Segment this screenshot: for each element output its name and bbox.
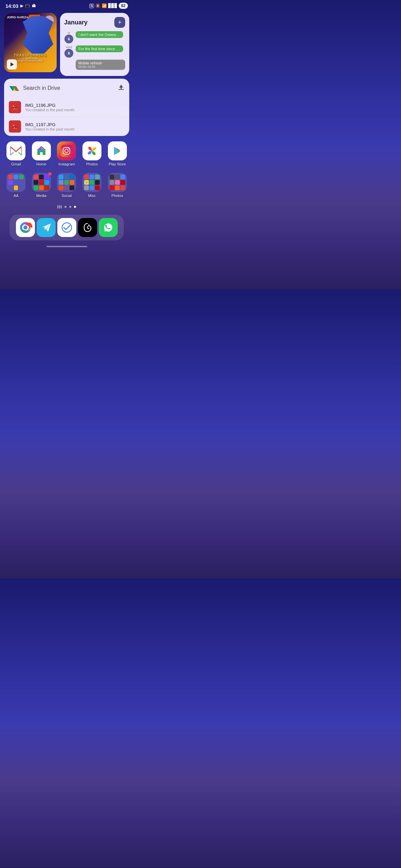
svg-point-35 bbox=[23, 225, 27, 230]
media-dot-5 bbox=[39, 180, 44, 185]
photos-logo bbox=[86, 145, 98, 157]
add-icon: + bbox=[118, 19, 122, 26]
date-badge-2: Wed 8 bbox=[64, 45, 74, 58]
gmail-label: Gmail bbox=[11, 162, 21, 166]
widgets-area: JORIS HARIZANI TRANSFORMERS CYBERTRON RO… bbox=[0, 10, 133, 79]
photos-label: Photos bbox=[86, 162, 98, 166]
drive-upload-button[interactable] bbox=[118, 84, 125, 92]
social-dot-4 bbox=[59, 180, 63, 185]
app-folder-misc[interactable]: 6 Misc bbox=[80, 173, 103, 198]
drive-file-2[interactable]: IMG_1197.JPG You created in the past mon… bbox=[4, 117, 129, 136]
folder-aa-icon[interactable] bbox=[6, 173, 25, 192]
ticktick-icon[interactable] bbox=[57, 218, 76, 237]
dock-whatsapp[interactable] bbox=[99, 218, 118, 237]
day-num-2: 8 bbox=[64, 49, 73, 58]
dock-telegram[interactable] bbox=[37, 218, 56, 237]
event-gray-1: Mobile refresh 09:00–10:00 bbox=[76, 60, 125, 70]
media-dot-4 bbox=[34, 180, 38, 185]
misc-dot-1 bbox=[84, 175, 89, 179]
page-dot-2[interactable] bbox=[69, 206, 71, 208]
ticktick-logo bbox=[59, 220, 74, 235]
calendar-event-3: Mobile refresh 09:00–10:00 bbox=[64, 60, 125, 70]
drive-file-1[interactable]: IMG_1196.JPG You created in the past mon… bbox=[4, 98, 129, 117]
folder-dot-4 bbox=[8, 180, 13, 185]
dock-threads[interactable] bbox=[78, 218, 97, 237]
telegram-icon[interactable] bbox=[37, 218, 56, 237]
page-dot-1[interactable] bbox=[64, 206, 66, 208]
image-file-icon bbox=[12, 104, 18, 111]
threads-icon[interactable] bbox=[78, 218, 97, 237]
folder-dot-2 bbox=[14, 175, 18, 179]
drive-logo bbox=[9, 83, 20, 94]
event-text-2: For the first time since the in bbox=[76, 45, 123, 52]
chrome-icon[interactable] bbox=[16, 218, 35, 237]
folder-dot-3 bbox=[19, 175, 24, 179]
instagram-icon[interactable] bbox=[57, 141, 76, 160]
photos-dot-2 bbox=[115, 175, 120, 179]
drive-search-bar[interactable]: Search in Drive bbox=[4, 79, 129, 98]
svg-marker-0 bbox=[11, 62, 14, 66]
folder-aa-container[interactable] bbox=[6, 173, 25, 192]
gmail-icon[interactable] bbox=[6, 141, 25, 160]
app-folder-media[interactable]: Media bbox=[30, 173, 53, 198]
whatsapp-icon[interactable] bbox=[99, 218, 118, 237]
drive-logo-svg bbox=[9, 83, 19, 93]
folder-photos-icon[interactable] bbox=[108, 173, 127, 192]
photos-dot-9 bbox=[120, 185, 125, 190]
app-playstore[interactable]: Play Store bbox=[106, 141, 129, 166]
home-logo bbox=[35, 145, 47, 157]
time-display: 14:03 bbox=[5, 3, 18, 9]
page-line-2 bbox=[59, 205, 60, 209]
calendar-widget[interactable]: January + M 6 I don't want the Galaxy S2… bbox=[60, 13, 129, 76]
app-gmail[interactable]: Gmail bbox=[4, 141, 27, 166]
playstore-logo bbox=[111, 145, 123, 157]
app-folder-social[interactable]: Social bbox=[55, 173, 78, 198]
app-home[interactable]: Home bbox=[30, 141, 53, 166]
event-text-1: I don't want the Galaxy S25 t bbox=[76, 31, 123, 38]
media-dot-6 bbox=[44, 180, 49, 185]
gallery-icon: 🏔 bbox=[32, 4, 36, 8]
page-indicators bbox=[0, 202, 133, 212]
playstore-icon[interactable] bbox=[108, 141, 127, 160]
youtube-icon: ▶ bbox=[20, 4, 23, 8]
day-num-1: 6 bbox=[64, 35, 73, 43]
home-icon[interactable] bbox=[32, 141, 51, 160]
image-file-icon-2 bbox=[12, 123, 18, 130]
app-folder-photos[interactable]: Photos bbox=[106, 173, 129, 198]
home-label: Home bbox=[36, 162, 46, 166]
drive-widget[interactable]: Search in Drive IMG_1196.JPG You created… bbox=[4, 79, 129, 136]
track-title: TRANSFORMERS bbox=[7, 54, 54, 57]
app-photos[interactable]: Photos bbox=[80, 141, 103, 166]
media-dot-7 bbox=[34, 185, 38, 190]
event-time-3: 09:00–10:00 bbox=[78, 65, 122, 68]
playstore-label: Play Store bbox=[109, 162, 126, 166]
play-button[interactable] bbox=[7, 59, 17, 70]
folder-media-icon[interactable] bbox=[32, 173, 51, 192]
app-instagram[interactable]: Instagram bbox=[55, 141, 78, 166]
misc-dot-9 bbox=[95, 185, 100, 190]
event-title-3: Mobile refresh bbox=[78, 61, 122, 65]
misc-dot-2 bbox=[90, 175, 94, 179]
social-dot-9 bbox=[70, 185, 74, 190]
page-dot-active[interactable] bbox=[74, 206, 76, 208]
dock-chrome[interactable] bbox=[16, 218, 35, 237]
dock bbox=[9, 215, 124, 240]
app-folder-aa[interactable]: AA bbox=[4, 173, 27, 198]
photos-icon[interactable] bbox=[82, 141, 101, 160]
social-dot-5 bbox=[64, 180, 69, 185]
music-widget[interactable]: JORIS HARIZANI TRANSFORMERS CYBERTRON RO… bbox=[4, 13, 57, 72]
calendar-add-button[interactable]: + bbox=[114, 17, 125, 28]
battery-value: 82 bbox=[121, 3, 126, 8]
home-indicator bbox=[46, 246, 87, 247]
folder-media-container[interactable] bbox=[32, 173, 51, 192]
file-desc-1: You created in the past month bbox=[25, 108, 125, 112]
folder-misc-icon[interactable]: 6 bbox=[82, 173, 101, 192]
dock-ticktick[interactable] bbox=[57, 218, 76, 237]
misc-dot-5 bbox=[90, 180, 94, 185]
misc-dot-6 bbox=[95, 180, 100, 185]
signal-icon: ▊▊▊ bbox=[108, 3, 117, 8]
photos-dot-8 bbox=[115, 185, 120, 190]
photos-dot-6 bbox=[120, 180, 125, 185]
folder-social-icon[interactable] bbox=[57, 173, 76, 192]
drive-search-placeholder[interactable]: Search in Drive bbox=[23, 85, 114, 91]
